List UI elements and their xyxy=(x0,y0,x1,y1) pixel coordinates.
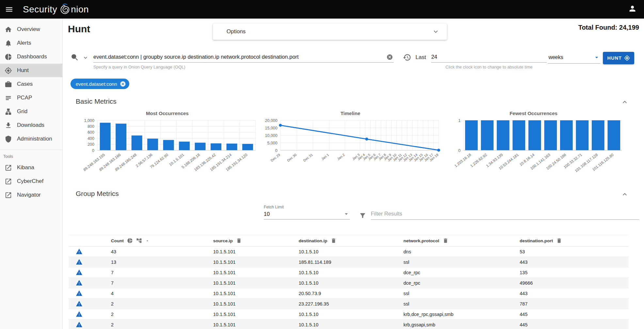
trash-icon[interactable] xyxy=(443,238,448,244)
table-row[interactable]: 710.1.5.10110.1.5.10dce_rpc49666 xyxy=(69,278,629,288)
account-person-icon[interactable] xyxy=(628,4,637,14)
filter-chip[interactable]: event.dataset:conn xyxy=(71,79,129,89)
briefcase-icon[interactable] xyxy=(5,81,12,88)
cell-network-protocol: krb,dce_rpc,gssapi,smb xyxy=(403,312,520,317)
cell-destination-port: 49666 xyxy=(520,280,629,286)
sidebar-item-label: Hunt xyxy=(17,67,29,74)
sidebar-item-dashboards[interactable]: Dashboards xyxy=(0,50,62,64)
graph-icon[interactable] xyxy=(136,238,142,244)
trash-icon[interactable] xyxy=(556,238,562,244)
hamburger-menu-icon[interactable] xyxy=(0,5,18,14)
table-header-row: Countsource.ipdestination.ipnetwork.prot… xyxy=(69,235,629,247)
column-header-label: source.ip xyxy=(213,238,233,243)
options-panel[interactable]: Options xyxy=(213,23,447,40)
pie-chart-icon[interactable] xyxy=(5,53,12,61)
sidebar-item-cyberchef[interactable]: CyberChef xyxy=(0,174,62,188)
hunt-crosshair-icon xyxy=(624,55,630,61)
query-history-chevron-icon[interactable] xyxy=(82,54,89,61)
sidebar-item-hunt[interactable]: Hunt xyxy=(0,64,62,77)
table-row[interactable]: 210.1.5.10110.1.5.10krb,gssapi,smb445 xyxy=(69,320,629,329)
svg-text:Dec 29: Dec 29 xyxy=(270,153,281,162)
pie-chart-icon[interactable] xyxy=(127,238,133,244)
warning-triangle-icon[interactable] xyxy=(76,269,83,276)
table-row[interactable]: 210.1.5.10123.227.196.35ssl787 xyxy=(69,299,629,309)
query-input[interactable] xyxy=(93,52,394,63)
chip-remove-icon[interactable] xyxy=(120,81,126,87)
download-icon[interactable] xyxy=(5,122,12,129)
warning-triangle-icon[interactable] xyxy=(76,279,83,286)
sidebar-item-downloads[interactable]: Downloads xyxy=(0,118,62,132)
time-units-value: weeks xyxy=(548,54,593,60)
row-warning-cell xyxy=(69,248,89,255)
sidebar-item-administration[interactable]: Administration xyxy=(0,132,62,146)
brand-logo: Security nion xyxy=(23,4,89,15)
table-row[interactable]: 210.1.5.10110.1.5.10krb,dce_rpc,gssapi,s… xyxy=(69,309,629,320)
sidebar-item-alerts[interactable]: Alerts xyxy=(0,36,62,50)
sidebar-item-overview[interactable]: Overview xyxy=(0,22,62,36)
warning-triangle-icon[interactable] xyxy=(76,300,83,307)
column-header-source-ip[interactable]: source.ip xyxy=(213,238,299,244)
sidebar-item-grid[interactable]: Grid xyxy=(0,105,62,118)
cell-destination-ip: 20.50.73.9 xyxy=(299,291,403,296)
time-units-select[interactable]: weeks xyxy=(548,52,600,64)
cell-destination-ip: 10.1.5.10 xyxy=(299,249,403,254)
clear-query-icon[interactable] xyxy=(386,54,393,60)
fetch-limit-caret-icon[interactable] xyxy=(343,210,350,217)
svg-text:1.203.16.18: 1.203.16.18 xyxy=(454,153,472,168)
table-row[interactable]: 710.1.5.10110.1.5.10dce_rpc135 xyxy=(69,267,629,278)
column-header-Count[interactable]: Count xyxy=(111,238,213,244)
duration-input[interactable] xyxy=(431,52,547,63)
sidebar-item-navigator[interactable]: Navigator xyxy=(0,188,62,202)
chevron-down-icon[interactable] xyxy=(432,28,440,36)
cell-network-protocol: krb,gssapi,smb xyxy=(403,322,520,327)
svg-text:1.226.62.92: 1.226.62.92 xyxy=(470,153,488,168)
column-header-destination-port[interactable]: destination.port xyxy=(520,238,629,244)
cell-destination-port: 445 xyxy=(520,312,629,317)
trash-icon[interactable] xyxy=(236,238,242,244)
warning-triangle-icon[interactable] xyxy=(76,259,83,265)
fetch-limit-value: 10 xyxy=(264,211,343,217)
column-header-destination-ip[interactable]: destination.ip xyxy=(299,238,403,244)
sidebar-item-label: Navigator xyxy=(17,192,41,198)
table-row[interactable]: 1310.1.5.101185.81.114.189ssl443 xyxy=(69,257,629,267)
external-link-icon[interactable] xyxy=(5,164,12,172)
svg-text:10.8.16.14: 10.8.16.14 xyxy=(519,153,535,167)
collapse-chevron-up-icon[interactable] xyxy=(621,98,629,106)
cell-destination-ip: 10.1.5.10 xyxy=(299,312,403,317)
sidebar-item-kibana[interactable]: Kibana xyxy=(0,161,62,174)
hunt-button[interactable]: HUNT xyxy=(603,52,634,64)
warning-triangle-icon[interactable] xyxy=(76,321,83,328)
caret-down-icon[interactable] xyxy=(145,239,149,243)
search-icon[interactable] xyxy=(71,53,79,62)
collapse-chevron-up-icon[interactable] xyxy=(621,190,629,198)
fetch-limit-select[interactable]: Fetch Limit 10 xyxy=(264,205,350,219)
external-link-icon[interactable] xyxy=(5,178,12,185)
warning-triangle-icon[interactable] xyxy=(76,290,83,297)
cell-network-protocol: ssl xyxy=(403,291,520,296)
svg-text:400: 400 xyxy=(87,136,94,141)
cell-source-ip: 10.1.5.101 xyxy=(213,301,299,307)
chart-title: Most Occurrences xyxy=(76,111,259,118)
home-icon[interactable] xyxy=(5,26,12,33)
relative-time-clock-icon[interactable] xyxy=(403,53,411,62)
sidebar-item-pcap[interactable]: PCAP xyxy=(0,91,62,105)
sidebar-item-cases[interactable]: Cases xyxy=(0,77,62,91)
filter-results-input[interactable] xyxy=(371,209,639,220)
brand-suffix: nion xyxy=(71,4,89,15)
shield-icon[interactable] xyxy=(5,135,12,143)
network-icon[interactable] xyxy=(5,108,12,115)
external-link-icon[interactable] xyxy=(5,191,12,199)
cell-Count: 4 xyxy=(111,291,213,296)
list-lines-icon[interactable] xyxy=(5,94,12,102)
units-caret-down-icon[interactable] xyxy=(593,54,600,61)
column-header-network-protocol[interactable]: network.protocol xyxy=(403,238,520,244)
cell-network-protocol: dce_rpc xyxy=(403,270,520,275)
warning-triangle-icon[interactable] xyxy=(76,311,83,318)
warning-triangle-icon[interactable] xyxy=(76,248,83,255)
trash-icon[interactable] xyxy=(331,238,337,244)
bell-icon[interactable] xyxy=(5,39,12,47)
cell-Count: 2 xyxy=(111,301,213,307)
table-row[interactable]: 4310.1.5.10110.1.5.10dns53 xyxy=(69,247,629,257)
table-row[interactable]: 410.1.5.10120.50.73.9ssl443 xyxy=(69,288,629,299)
crosshair-icon[interactable] xyxy=(5,67,12,74)
